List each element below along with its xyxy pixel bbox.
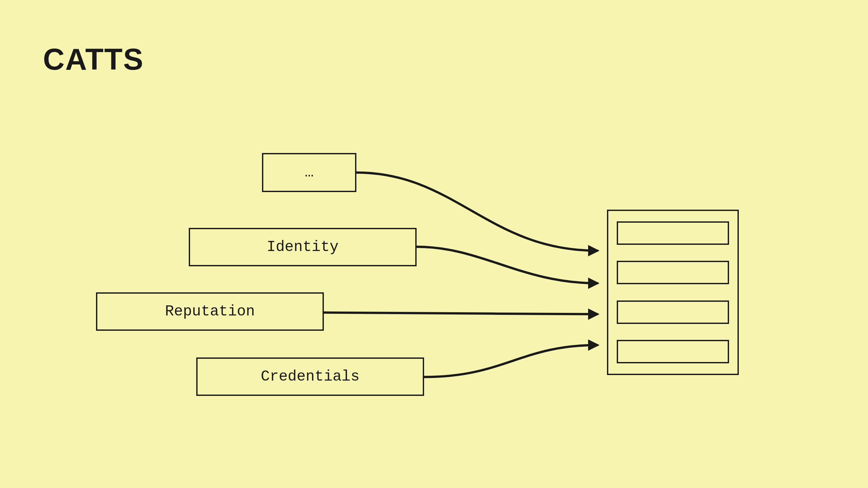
source-box-credentials: Credentials xyxy=(196,358,424,396)
target-slot xyxy=(617,340,729,363)
source-box-reputation: Reputation xyxy=(96,292,324,331)
target-slot xyxy=(617,301,729,324)
source-label: … xyxy=(305,164,314,181)
source-label: Identity xyxy=(267,239,339,255)
arrow-credentials xyxy=(424,345,597,377)
arrow-identity xyxy=(416,247,597,283)
target-slot xyxy=(617,221,729,245)
diagram-title: CATTS xyxy=(43,42,144,77)
source-label: Reputation xyxy=(165,303,255,320)
source-box-ellipsis: … xyxy=(262,153,356,192)
arrow-reputation xyxy=(324,312,597,314)
target-slot xyxy=(617,261,729,284)
source-box-identity: Identity xyxy=(189,228,416,266)
target-container xyxy=(607,210,739,375)
source-label: Credentials xyxy=(261,368,360,385)
